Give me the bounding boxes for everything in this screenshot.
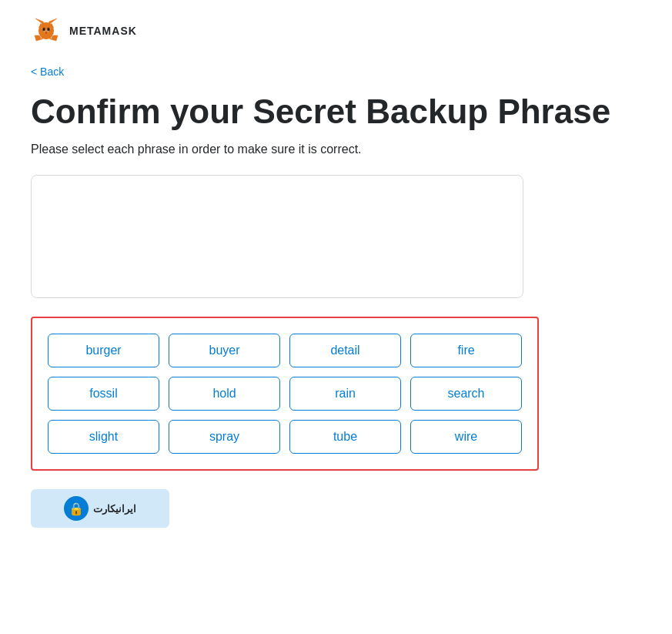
metamask-logo-icon bbox=[31, 15, 62, 46]
logo-text: METAMASK bbox=[69, 25, 137, 37]
header: METAMASK bbox=[31, 15, 641, 46]
word-button-w4[interactable]: fire bbox=[410, 334, 522, 367]
watermark-icon: 🔒 bbox=[64, 496, 89, 521]
word-button-w2[interactable]: buyer bbox=[169, 334, 280, 367]
page-title: Confirm your Secret Backup Phrase bbox=[31, 93, 641, 130]
watermark-text: ایرانیکارت bbox=[93, 503, 136, 515]
word-button-w1[interactable]: burger bbox=[48, 334, 159, 367]
word-button-w11[interactable]: tube bbox=[289, 420, 401, 454]
word-button-w5[interactable]: fossil bbox=[48, 377, 159, 411]
word-button-w6[interactable]: hold bbox=[169, 377, 280, 411]
word-grid: burgerbuyerdetailfirefossilholdrainsearc… bbox=[48, 334, 522, 454]
word-button-w8[interactable]: search bbox=[410, 377, 522, 411]
back-button[interactable]: < Back bbox=[31, 65, 64, 78]
word-button-w9[interactable]: slight bbox=[48, 420, 159, 454]
word-button-w12[interactable]: wire bbox=[410, 420, 522, 454]
svg-point-13 bbox=[43, 29, 45, 31]
phrase-display-area bbox=[31, 175, 523, 298]
svg-point-14 bbox=[48, 29, 49, 31]
word-button-w10[interactable]: spray bbox=[169, 420, 280, 454]
word-button-w7[interactable]: rain bbox=[289, 377, 401, 411]
word-button-w3[interactable]: detail bbox=[289, 334, 401, 367]
watermark-badge: 🔒 ایرانیکارت bbox=[31, 489, 169, 528]
page-subtitle: Please select each phrase in order to ma… bbox=[31, 143, 641, 156]
word-grid-container: burgerbuyerdetailfirefossilholdrainsearc… bbox=[31, 317, 539, 471]
